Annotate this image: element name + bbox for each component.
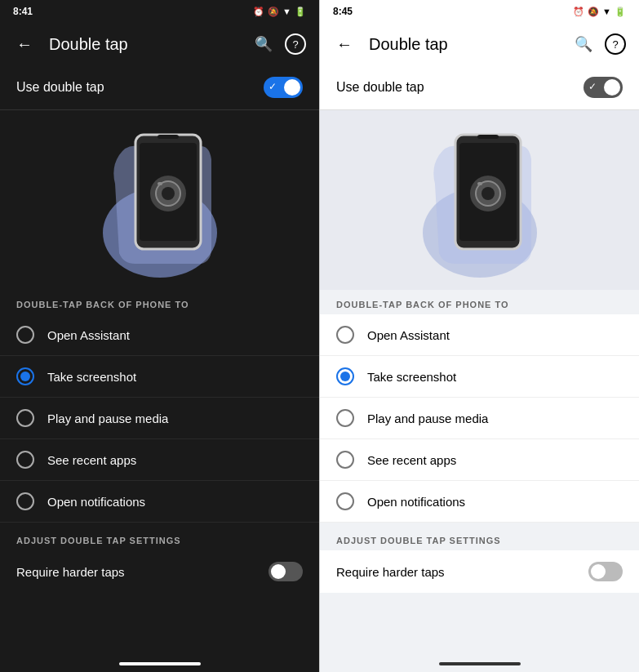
phone-illustration-right [410,118,549,282]
radio-play-pause-left[interactable] [16,409,34,427]
home-indicator-left [0,656,319,672]
use-double-tap-toggle-left[interactable]: ✓ [264,77,303,98]
option-open-assistant-left[interactable]: Open Assistant [0,314,319,356]
help-button-right[interactable]: ? [605,33,626,55]
home-indicator-right [320,656,639,672]
svg-point-13 [481,187,495,200]
phone-illustration-left [91,118,229,282]
option-play-pause-left[interactable]: Play and pause media [0,398,319,439]
option-play-pause-right[interactable]: Play and pause media [320,398,639,439]
page-title-right: Double tap [369,35,572,54]
option-label-open-assistant-right: Open Assistant [367,328,450,342]
top-bar-actions-right: 🔍 ? [572,33,626,56]
use-double-tap-toggle-right[interactable]: ✓ [584,77,623,98]
require-harder-taps-row-right[interactable]: Require harder taps [320,550,639,593]
right-panel: 8:45 ⏰ 🔕 ▼ 🔋 ← Double tap 🔍 ? Use double… [320,0,639,672]
svg-rect-6 [158,182,162,185]
top-bar-left: ← Double tap 🔍 ? [0,23,319,65]
radio-recent-apps-left[interactable] [16,451,34,469]
illustration-left [0,110,319,290]
require-harder-taps-toggle-left[interactable] [268,562,303,581]
radio-recent-apps-right[interactable] [336,451,354,469]
option-open-notifications-left[interactable]: Open notifications [0,481,319,523]
radio-take-screenshot-right[interactable] [336,367,354,385]
radio-open-notifications-right[interactable] [336,492,354,510]
radio-take-screenshot-left[interactable] [16,367,34,385]
option-label-recent-apps-right: See recent apps [367,453,456,467]
svg-rect-7 [158,135,179,139]
option-label-open-assistant-left: Open Assistant [47,328,130,342]
option-label-take-screenshot-left: Take screenshot [47,370,136,384]
option-recent-apps-left[interactable]: See recent apps [0,439,319,481]
radio-open-notifications-left[interactable] [16,492,34,510]
settings-section-label-left: ADJUST DOUBLE TAP SETTINGS [0,523,319,550]
status-icons-right: ⏰ 🔕 ▼ 🔋 [573,7,626,17]
require-harder-taps-label-left: Require harder taps [16,565,125,579]
option-label-take-screenshot-right: Take screenshot [367,370,456,384]
top-bar-actions-left: 🔍 ? [252,33,306,56]
use-double-tap-label-left: Use double tap [16,80,104,95]
svg-point-5 [162,187,175,200]
svg-rect-14 [477,182,482,185]
radio-open-assistant-left[interactable] [16,326,34,344]
page-title-left: Double tap [49,35,252,54]
option-label-play-pause-right: Play and pause media [367,412,488,425]
option-take-screenshot-left[interactable]: Take screenshot [0,356,319,398]
search-button-left[interactable]: 🔍 [252,33,275,56]
option-label-play-pause-left: Play and pause media [47,412,168,425]
radio-open-assistant-right[interactable] [336,326,354,344]
option-recent-apps-right[interactable]: See recent apps [320,439,639,481]
help-button-left[interactable]: ? [285,33,306,55]
radio-play-pause-right[interactable] [336,409,354,427]
top-bar-right: ← Double tap 🔍 ? [320,23,639,65]
option-open-notifications-right[interactable]: Open notifications [320,481,639,523]
section-label-right: DOUBLE-TAP BACK OF PHONE TO [320,290,639,314]
status-bar-left: 8:41 ⏰ 🔕 ▼ 🔋 [0,0,319,23]
status-icons-left: ⏰ 🔕 ▼ 🔋 [253,7,306,17]
use-double-tap-row-left[interactable]: Use double tap ✓ [0,65,319,110]
option-open-assistant-right[interactable]: Open Assistant [320,314,639,356]
use-double-tap-row-right[interactable]: Use double tap ✓ [320,65,639,110]
settings-section-label-right: ADJUST DOUBLE TAP SETTINGS [320,523,639,550]
left-panel: 8:41 ⏰ 🔕 ▼ 🔋 ← Double tap 🔍 ? Use double… [0,0,319,672]
section-label-left: DOUBLE-TAP BACK OF PHONE TO [0,290,319,314]
time-left: 8:41 [13,6,33,17]
back-button-right[interactable]: ← [333,33,356,56]
option-label-recent-apps-left: See recent apps [47,453,136,467]
search-button-right[interactable]: 🔍 [572,33,595,56]
require-harder-taps-row-left[interactable]: Require harder taps [0,550,319,593]
require-harder-taps-label-right: Require harder taps [336,565,445,579]
require-harder-taps-toggle-right[interactable] [588,562,623,581]
option-take-screenshot-right[interactable]: Take screenshot [320,356,639,398]
back-button-left[interactable]: ← [13,33,36,56]
option-label-open-notifications-right: Open notifications [367,495,465,509]
svg-rect-15 [477,135,499,139]
option-label-open-notifications-left: Open notifications [47,495,145,509]
illustration-right [320,110,639,290]
status-bar-right: 8:45 ⏰ 🔕 ▼ 🔋 [320,0,639,23]
time-right: 8:45 [333,6,353,17]
use-double-tap-label-right: Use double tap [336,80,424,95]
